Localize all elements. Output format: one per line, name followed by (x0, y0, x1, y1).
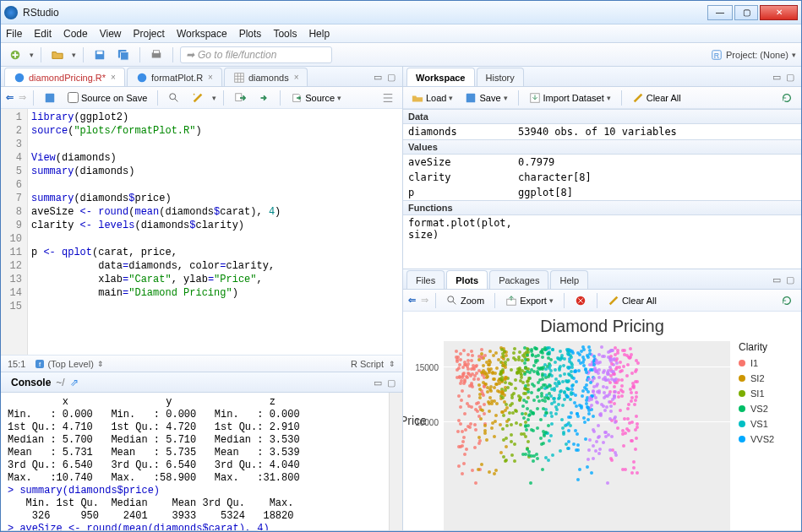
workspace-toolbar: Load▾ Save▾ Import Dataset▾ Clear All (403, 87, 801, 109)
menu-project[interactable]: Project (134, 28, 165, 40)
menu-tools[interactable]: Tools (273, 28, 297, 40)
refresh-button[interactable] (777, 90, 796, 106)
back-icon[interactable]: ⇐ (6, 92, 14, 103)
console-pane: Console ~/ ⇗ ▭ ▢ x y z Min. : 0.000 M (1, 372, 402, 531)
svg-point-20 (448, 296, 454, 301)
content-area: diamondPricing.R* × formatPlot.R × diamo… (1, 67, 801, 531)
tab-help[interactable]: Help (550, 270, 588, 289)
code-text[interactable]: library(ggplot2) source("plots/formatPlo… (28, 109, 402, 355)
menu-view[interactable]: View (100, 28, 122, 40)
forward-icon[interactable]: ⇒ (19, 92, 26, 103)
editor-statusbar: 15:1 f (Top Level) ⇕ R Script ⇕ (1, 355, 402, 372)
wks-row[interactable]: format.plot(plot, size) (403, 215, 801, 242)
prev-plot-icon[interactable]: ⇐ (408, 295, 416, 306)
menu-edit[interactable]: Edit (34, 28, 52, 40)
menu-plots[interactable]: Plots (239, 28, 262, 40)
tab-close-icon[interactable]: × (208, 73, 213, 82)
svg-point-13 (170, 93, 176, 99)
wks-section: Data (403, 109, 801, 124)
import-dataset-button[interactable]: Import Dataset▾ (526, 90, 614, 106)
maximize-pane-icon[interactable]: ▢ (387, 377, 396, 388)
dropdown-icon[interactable]: ▾ (72, 51, 76, 59)
plot-viewer: Diamond Pricing Price 15000 10000 Clar (403, 312, 801, 530)
rerun-button[interactable] (254, 90, 273, 106)
tab-files[interactable]: Files (406, 270, 445, 289)
plot-panel (444, 341, 730, 530)
maximize-pane-icon[interactable]: ▢ (786, 274, 794, 285)
goto-file-input[interactable]: ➡ Go to file/function (180, 46, 332, 63)
svg-point-10 (138, 73, 147, 82)
wks-row[interactable]: claritycharacter[8] (403, 170, 801, 185)
project-selector[interactable]: R Project: (None) ▾ (711, 49, 796, 61)
tab-formatplot[interactable]: formatPlot.R × (127, 68, 222, 86)
clear-plots-button[interactable]: Clear All (604, 292, 660, 309)
minimize-button[interactable]: ― (707, 5, 733, 20)
workspace-pane: Workspace History ▭ ▢ Load▾ Save▾ Import… (403, 67, 801, 269)
open-file-button[interactable] (48, 46, 67, 63)
load-button[interactable]: Load▾ (408, 90, 456, 106)
project-icon: R (711, 49, 723, 61)
tab-diamondpricing[interactable]: diamondPricing.R* × (4, 68, 125, 86)
menu-workspace[interactable]: Workspace (177, 28, 227, 40)
menu-help[interactable]: Help (308, 28, 330, 40)
wks-row[interactable]: pggplot[8] (403, 185, 801, 200)
zoom-button[interactable]: Zoom (443, 292, 488, 309)
wks-save-button[interactable]: Save▾ (461, 90, 510, 106)
console-tabs: Console ~/ ⇗ ▭ ▢ (1, 372, 402, 393)
minimize-pane-icon[interactable]: ▭ (374, 377, 382, 388)
wks-row[interactable]: diamonds53940 obs. of 10 variables (403, 124, 801, 139)
tab-plots[interactable]: Plots (446, 270, 488, 289)
tab-workspace[interactable]: Workspace (406, 68, 475, 86)
minimize-pane-icon[interactable]: ▭ (772, 274, 781, 285)
scope-selector[interactable]: f (Top Level) ⇕ (35, 359, 103, 369)
legend-item: SI1 (739, 388, 796, 399)
maximize-pane-icon[interactable]: ▢ (387, 72, 396, 83)
maximize-pane-icon[interactable]: ▢ (786, 72, 794, 83)
minimize-pane-icon[interactable]: ▭ (772, 72, 781, 83)
run-line-button[interactable] (231, 90, 249, 106)
svg-rect-6 (154, 50, 160, 53)
workspace-list: Datadiamonds53940 obs. of 10 variablesVa… (403, 109, 801, 269)
new-file-button[interactable] (6, 46, 25, 63)
clear-all-button[interactable]: Clear All (629, 90, 685, 106)
source-button[interactable]: Source ▾ (287, 90, 345, 106)
minimize-pane-icon[interactable]: ▭ (374, 72, 382, 83)
next-plot-icon[interactable]: ⇒ (421, 295, 428, 306)
tab-packages[interactable]: Packages (489, 270, 548, 289)
close-button[interactable]: ✕ (760, 5, 798, 20)
tab-diamonds[interactable]: diamonds × (224, 68, 308, 86)
console-scrollbar[interactable] (389, 393, 402, 530)
save-button[interactable] (90, 46, 109, 63)
menu-file[interactable]: File (6, 28, 22, 40)
console-output[interactable]: x y z Min. : 0.000 Min. : 0.000 Min. : 0… (1, 393, 389, 530)
svg-text:R: R (714, 51, 719, 59)
print-button[interactable] (147, 46, 166, 63)
save-doc-button[interactable] (41, 90, 59, 106)
outline-button[interactable] (379, 90, 397, 106)
remove-plot-button[interactable] (571, 292, 590, 309)
code-editor[interactable]: 1 2 3 4 5 6 7 8 9 10 11 12 13 14 15 libr… (1, 109, 402, 355)
wks-row[interactable]: aveSize0.7979 (403, 155, 801, 170)
save-all-button[interactable] (114, 46, 133, 63)
legend-dot (739, 390, 745, 397)
file-type-selector[interactable]: R Script ⇕ (351, 359, 396, 369)
tab-history[interactable]: History (477, 68, 524, 86)
svg-rect-11 (235, 73, 244, 82)
code-tools-button[interactable] (188, 90, 207, 106)
tab-close-icon[interactable]: × (111, 73, 116, 82)
chart-legend: Clarity I1SI2SI1VS2VS1VVS2 (734, 338, 801, 530)
project-label: Project: (None) (726, 50, 788, 60)
tab-close-icon[interactable]: × (294, 73, 299, 82)
source-on-save-checkbox[interactable]: Source on Save (64, 90, 150, 106)
maximize-button[interactable]: ▢ (734, 5, 758, 20)
find-button[interactable] (165, 90, 183, 106)
menu-code[interactable]: Code (63, 28, 88, 40)
refresh-plot-button[interactable] (777, 292, 796, 309)
svg-rect-12 (46, 93, 55, 102)
cursor-position: 15:1 (8, 359, 25, 369)
workspace-tabs: Workspace History ▭ ▢ (403, 67, 801, 87)
legend-item: I1 (739, 358, 796, 368)
console-popout-icon[interactable]: ⇗ (70, 377, 79, 388)
export-button[interactable]: Export▾ (502, 292, 557, 309)
dropdown-icon[interactable]: ▾ (30, 51, 34, 59)
